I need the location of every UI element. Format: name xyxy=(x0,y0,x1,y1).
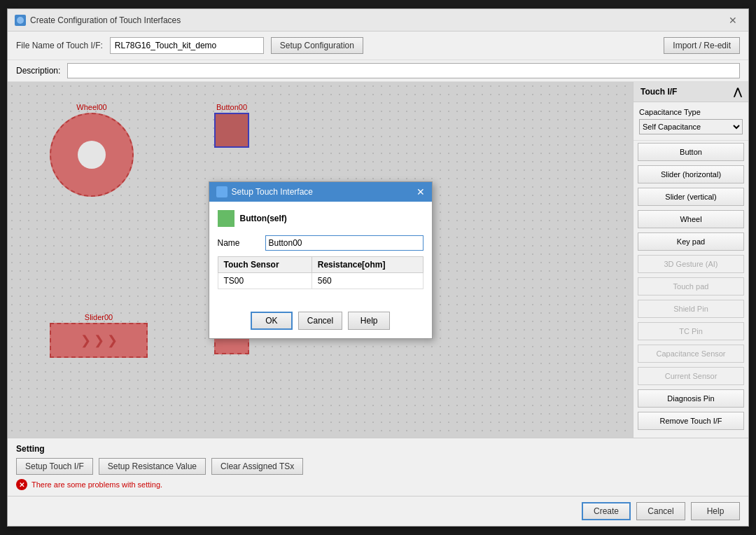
main-area: Wheel00 Button00 Button00 Button00 xyxy=(8,82,748,438)
clear-assigned-button[interactable]: Clear Assigned TSx xyxy=(211,458,303,475)
modal-help-button[interactable]: Help xyxy=(348,312,390,330)
setup-touch-if-button[interactable]: Setup Touch I/F xyxy=(16,458,93,475)
error-icon: ✕ xyxy=(16,479,27,490)
panel-button-slider-h[interactable]: Slider (horizontal) xyxy=(638,165,744,183)
modal-title-text: Setup Touch Interface xyxy=(232,187,314,197)
modal-title-left: Setup Touch Interface xyxy=(216,186,314,197)
setup-config-button[interactable]: Setup Configuration xyxy=(271,37,363,54)
title-bar: Create Configuration of Touch Interfaces… xyxy=(8,9,748,32)
modal-footer: OK Cancel Help xyxy=(209,306,432,338)
panel-button-wheel[interactable]: Wheel xyxy=(638,210,744,228)
svg-point-0 xyxy=(17,17,24,24)
description-label: Description: xyxy=(16,66,60,76)
modal-name-field: Name xyxy=(218,235,424,251)
modal-table: Touch Sensor Resistance[ohm] TS00 560 xyxy=(218,256,424,289)
right-panel: Touch I/F ⋀ Capacitance Type Self Capaci… xyxy=(633,82,748,438)
modal-table-header-sensor: Touch Sensor xyxy=(218,256,312,272)
modal-type-label: Button(self) xyxy=(240,214,287,223)
description-input[interactable] xyxy=(67,63,740,78)
panel-button-keypad[interactable]: Key pad xyxy=(638,232,744,251)
import-reedit-button[interactable]: Import / Re-edit xyxy=(664,37,740,54)
setting-label: Setting xyxy=(16,444,740,454)
file-name-input[interactable] xyxy=(110,37,264,54)
window-title: Create Configuration of Touch Interfaces xyxy=(30,15,181,25)
panel-header: Touch I/F ⋀ xyxy=(634,82,748,102)
bottom-buttons: Setup Touch I/F Setup Resistance Value C… xyxy=(16,458,740,475)
cancel-button[interactable]: Cancel xyxy=(636,502,685,520)
canvas-area[interactable]: Wheel00 Button00 Button00 Button00 xyxy=(8,82,633,438)
modal-body: Button(self) Name Touch Sensor Resistanc… xyxy=(209,202,432,306)
modal-type-row: Button(self) xyxy=(218,210,424,227)
close-icon[interactable]: ✕ xyxy=(724,13,741,27)
modal-name-label: Name xyxy=(218,238,260,248)
capacitance-select[interactable]: Self Capacitance Mutual Capacitance xyxy=(639,119,743,134)
panel-collapse-icon[interactable]: ⋀ xyxy=(734,86,741,97)
panel-button-shield-pin: Shield Pin xyxy=(638,300,744,318)
modal-table-sensor: TS00 xyxy=(218,272,312,289)
footer: Create Cancel Help xyxy=(8,496,748,526)
modal-table-resistance: 560 xyxy=(312,272,423,289)
panel-button-slider-v[interactable]: Slider (vertical) xyxy=(638,188,744,206)
top-bar: File Name of Touch I/F: Setup Configurat… xyxy=(8,32,748,60)
panel-button-tc-pin: TC Pin xyxy=(638,322,744,340)
setup-touch-modal: Setup Touch Interface ✕ Button(self) Nam… xyxy=(209,181,433,339)
panel-title: Touch I/F xyxy=(640,87,677,97)
panel-button-button[interactable]: Button xyxy=(638,143,744,161)
capacitance-label: Capacitance Type xyxy=(639,108,743,116)
panel-button-current-sensor: Current Sensor xyxy=(638,367,744,385)
modal-title-bar: Setup Touch Interface ✕ xyxy=(209,182,432,202)
modal-table-row: TS00 560 xyxy=(218,272,423,289)
modal-app-icon xyxy=(216,186,227,197)
modal-ok-button[interactable]: OK xyxy=(251,312,293,330)
capacitance-section: Capacitance Type Self Capacitance Mutual… xyxy=(634,102,748,141)
panel-button-remove-touch[interactable]: Remove Touch I/F xyxy=(638,412,744,430)
title-bar-left: Create Configuration of Touch Interfaces xyxy=(15,15,181,26)
create-button[interactable]: Create xyxy=(582,502,631,520)
error-text: There are some problems with setting. xyxy=(31,480,162,489)
modal-cancel-button[interactable]: Cancel xyxy=(298,312,342,330)
bottom-area: Setting Setup Touch I/F Setup Resistance… xyxy=(8,438,748,496)
panel-button-diagnosis-pin[interactable]: Diagnosis Pin xyxy=(638,389,744,408)
modal-close-button[interactable]: ✕ xyxy=(416,186,425,197)
panel-button-3d-gesture: 3D Gesture (AI) xyxy=(638,255,744,273)
panel-button-touchpad: Touch pad xyxy=(638,277,744,296)
modal-type-color xyxy=(218,210,234,227)
panel-button-cap-sensor: Capacitance Sensor xyxy=(638,345,744,363)
app-icon xyxy=(15,15,26,26)
error-message: ✕ There are some problems with setting. xyxy=(16,479,740,490)
modal-overlay: Setup Touch Interface ✕ Button(self) Nam… xyxy=(8,82,633,438)
main-window: Create Configuration of Touch Interfaces… xyxy=(7,8,749,527)
help-button[interactable]: Help xyxy=(691,502,740,520)
file-name-label: File Name of Touch I/F: xyxy=(16,41,103,50)
desc-bar: Description: xyxy=(8,60,748,82)
modal-table-header-resistance: Resistance[ohm] xyxy=(312,256,423,272)
setup-resistance-button[interactable]: Setup Resistance Value xyxy=(99,458,206,475)
modal-name-input[interactable] xyxy=(265,235,424,251)
